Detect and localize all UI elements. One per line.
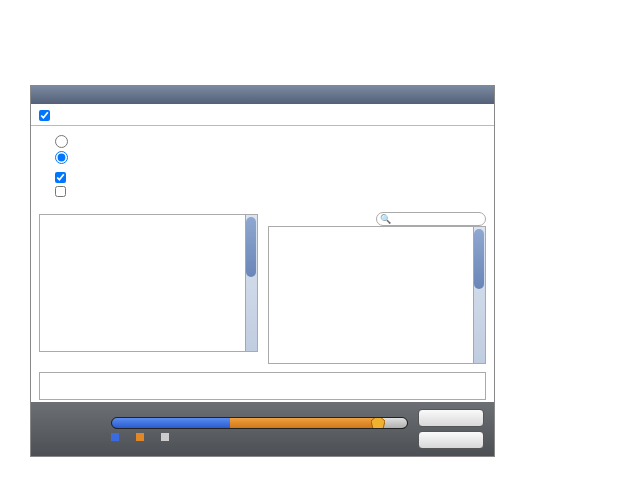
segment-other: [230, 418, 378, 428]
sync-music-checkbox[interactable]: [39, 110, 50, 121]
apply-button[interactable]: [418, 431, 484, 449]
scrollbar-thumb[interactable]: [40, 373, 485, 391]
genres-section: [31, 368, 494, 402]
playlists-column: [39, 212, 258, 364]
columns: 🔍: [31, 208, 494, 368]
svg-marker-0: [371, 417, 385, 429]
sync-header: [31, 104, 494, 126]
capacity-marker[interactable]: [371, 417, 385, 429]
sync-options: [31, 126, 494, 208]
radio-entire-library[interactable]: [55, 135, 68, 148]
legend-audio: [111, 433, 122, 441]
artists-column: 🔍: [268, 212, 487, 364]
scrollbar[interactable]: [245, 215, 257, 351]
artist-search-input[interactable]: [376, 212, 486, 226]
capacity-bar: [111, 417, 408, 429]
include-videos-checkbox[interactable]: [55, 172, 66, 183]
search-icon: 🔍: [380, 214, 391, 224]
legend: [111, 433, 408, 441]
scrollbar[interactable]: [473, 227, 485, 363]
tab-bar: [31, 86, 494, 104]
scrollbar-thumb[interactable]: [246, 217, 256, 277]
sync-settings-window: 🔍: [30, 85, 495, 457]
radio-selected[interactable]: [55, 151, 68, 164]
legend-free: [161, 433, 172, 441]
autofill-checkbox[interactable]: [55, 186, 66, 197]
genres-listbox[interactable]: [39, 372, 486, 400]
cancel-button[interactable]: [418, 409, 484, 427]
scrollbar-thumb[interactable]: [474, 229, 484, 289]
segment-audio: [112, 418, 230, 428]
artists-listbox[interactable]: [268, 226, 487, 364]
legend-other: [136, 433, 147, 441]
playlists-listbox[interactable]: [39, 214, 258, 352]
scrollbar[interactable]: [40, 373, 485, 391]
capacity-bar-section: [31, 402, 494, 456]
